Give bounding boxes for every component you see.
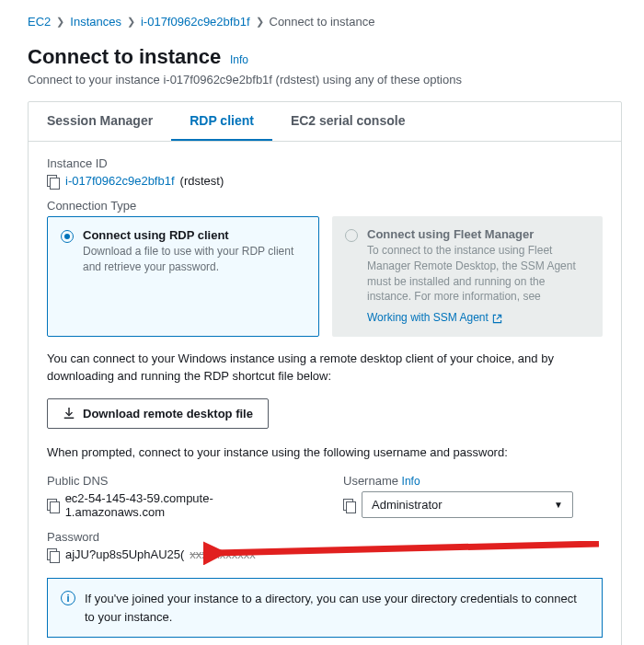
info-box-text: If you've joined your instance to a dire… xyxy=(85,590,589,626)
username-info-link[interactable]: Info xyxy=(402,475,420,488)
page-subtitle: Connect to your instance i-017f0962c9e2b… xyxy=(28,73,622,86)
public-dns-value: ec2-54-145-43-59.compute-1.amazonaws.com xyxy=(65,491,306,519)
chevron-down-icon: ▼ xyxy=(554,500,563,510)
breadcrumb-instances[interactable]: Instances xyxy=(70,15,121,29)
external-link-icon xyxy=(492,313,502,323)
radio-selected-icon xyxy=(61,230,74,243)
chevron-right-icon: ❯ xyxy=(127,16,135,28)
conn-option-rdp[interactable]: Connect using RDP client Download a file… xyxy=(47,216,319,337)
breadcrumb-current: Connect to instance xyxy=(270,15,375,29)
instance-name-suffix: (rdstest) xyxy=(180,174,224,188)
copy-icon[interactable] xyxy=(47,499,60,512)
chevron-right-icon: ❯ xyxy=(256,16,264,28)
instance-id-link[interactable]: i-017f0962c9e2bfb1f xyxy=(65,174,175,188)
username-label: Username Info xyxy=(343,474,603,488)
breadcrumb-ec2[interactable]: EC2 xyxy=(28,15,51,29)
chevron-right-icon: ❯ xyxy=(56,16,64,28)
ssm-agent-link[interactable]: Working with SSM Agent xyxy=(367,310,502,326)
download-rdp-button[interactable]: Download remote desktop file xyxy=(47,398,269,429)
password-label: Password xyxy=(47,530,603,544)
download-icon xyxy=(63,407,75,420)
username-value: Administrator xyxy=(372,498,443,512)
conn-fleet-desc: To connect to the instance using Fleet M… xyxy=(367,243,590,326)
connection-type-label: Connection Type xyxy=(47,199,603,213)
tab-rdp-client[interactable]: RDP client xyxy=(171,102,272,141)
radio-unselected-icon xyxy=(345,229,358,242)
conn-fleet-title: Connect using Fleet Manager xyxy=(367,227,590,241)
breadcrumb-instance-id[interactable]: i-017f0962c9e2bfb1f xyxy=(141,15,250,29)
page-header: Connect to instance Info Connect to your… xyxy=(28,45,622,86)
connect-panel: Session Manager RDP client EC2 serial co… xyxy=(28,101,622,645)
username-select[interactable]: Administrator ▼ xyxy=(362,491,573,518)
rdp-description: You can connect to your Windows instance… xyxy=(47,350,603,386)
conn-option-fleet: Connect using Fleet Manager To connect t… xyxy=(332,216,603,337)
tab-serial-console[interactable]: EC2 serial console xyxy=(272,102,424,141)
conn-rdp-title: Connect using RDP client xyxy=(83,228,305,242)
breadcrumb: EC2 ❯ Instances ❯ i-017f0962c9e2bfb1f ❯ … xyxy=(28,15,622,29)
info-link[interactable]: Info xyxy=(230,53,248,66)
copy-icon[interactable] xyxy=(47,175,60,188)
directory-info-box: i If you've joined your instance to a di… xyxy=(47,578,603,638)
copy-icon[interactable] xyxy=(343,499,356,512)
credentials-prompt: When prompted, connect to your instance … xyxy=(47,443,603,462)
tab-session-manager[interactable]: Session Manager xyxy=(29,102,171,141)
info-icon: i xyxy=(61,591,75,605)
page-title: Connect to instance xyxy=(28,45,221,69)
password-value: ajJU?up8s5UphAU25( xyxy=(65,547,184,561)
conn-rdp-desc: Download a file to use with your RDP cli… xyxy=(83,244,305,275)
instance-id-label: Instance ID xyxy=(47,156,603,170)
tabs: Session Manager RDP client EC2 serial co… xyxy=(29,102,621,142)
password-hidden-part: xxxxxxxxxxx xyxy=(190,547,256,561)
copy-icon[interactable] xyxy=(47,548,60,561)
public-dns-label: Public DNS xyxy=(47,474,306,488)
